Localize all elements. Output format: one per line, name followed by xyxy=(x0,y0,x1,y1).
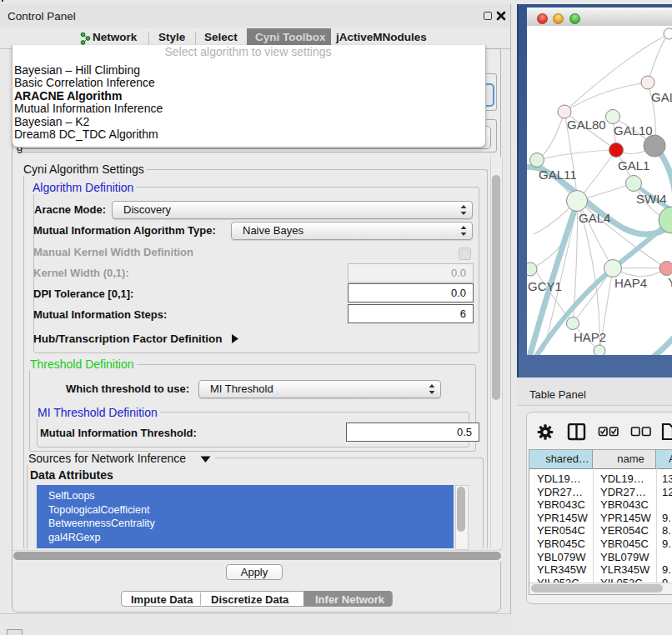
svg-text:Y: Y xyxy=(668,275,672,289)
svg-text:GAL80: GAL80 xyxy=(567,118,606,132)
svg-text:HAP2: HAP2 xyxy=(574,330,606,344)
svg-text:GCY1: GCY1 xyxy=(528,279,562,293)
svg-text:GAL4: GAL4 xyxy=(579,211,610,225)
svg-text:HAP4: HAP4 xyxy=(614,276,647,290)
svg-text:GAL1: GAL1 xyxy=(618,158,649,172)
svg-text:GAL11: GAL11 xyxy=(539,168,577,182)
svg-text:GAL10: GAL10 xyxy=(614,123,653,138)
svg-text:SWI4: SWI4 xyxy=(636,192,667,206)
svg-text:GAL: GAL xyxy=(651,90,672,104)
